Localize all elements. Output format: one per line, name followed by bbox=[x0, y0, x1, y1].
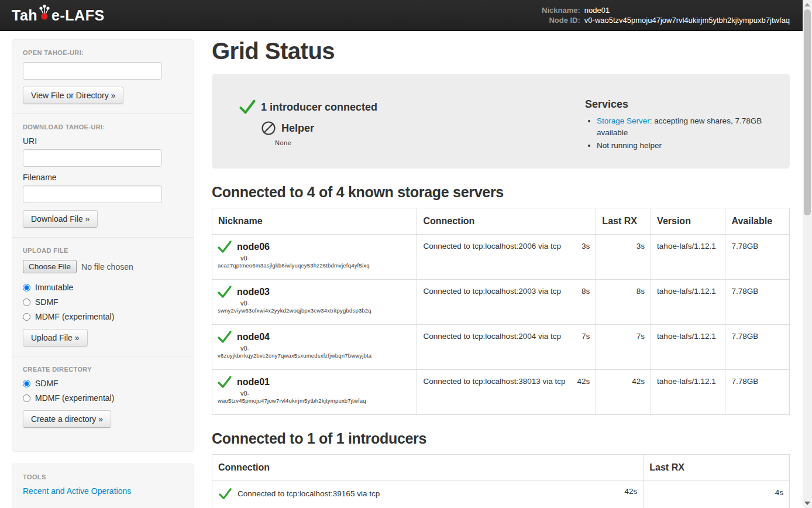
col-connection: Connection bbox=[212, 454, 644, 480]
available-value: 7.78GB bbox=[725, 369, 790, 414]
server-nickname: node06 bbox=[237, 242, 270, 252]
uri-field-label: URI bbox=[23, 136, 183, 146]
scroll-down-arrow-icon[interactable] bbox=[804, 502, 810, 505]
helper-title: Helper bbox=[281, 122, 314, 135]
tools-label: TOOLS bbox=[23, 473, 183, 480]
services-list: Storage Server: accepting new shares, 7.… bbox=[585, 115, 778, 152]
introducer-status-text: 1 introducer connected bbox=[261, 101, 377, 114]
grid-status-summary: 1 introducer connected Helper None Servi… bbox=[212, 74, 790, 169]
upload-sdmf-radio[interactable] bbox=[23, 298, 30, 306]
connection-text: Connected to tcp:localhost:2006 via tcp bbox=[423, 242, 561, 250]
col-nickname: Nickname bbox=[212, 208, 417, 234]
check-icon bbox=[217, 239, 232, 255]
vertical-scrollbar[interactable] bbox=[803, 0, 812, 508]
table-row: node01 v0- wao5tzv45pmoju47jow7rvl4ukirj… bbox=[212, 369, 790, 414]
view-file-or-directory-button[interactable]: View File or Directory » bbox=[23, 87, 123, 104]
table-row: Connected to tcp:localhost:39165 via tcp… bbox=[212, 480, 790, 508]
file-chosen-status: No file chosen bbox=[81, 262, 133, 272]
scrollbar-thumb[interactable] bbox=[804, 9, 811, 215]
upload-immutable-radio[interactable] bbox=[23, 284, 30, 291]
tahoe-lafs-logo[interactable]: Tah e-LAFS bbox=[12, 7, 105, 24]
choose-file-button[interactable]: Choose File bbox=[23, 260, 77, 273]
tools-section: TOOLS Recent and Active Operations bbox=[12, 464, 194, 508]
table-row: node03 v0- swny2viyw63ofxwi4x2yykd2woqjb… bbox=[212, 279, 790, 324]
services-title: Services bbox=[585, 98, 778, 111]
connection-text: Connected to tcp:localhost:2003 via tcp bbox=[423, 287, 561, 296]
download-filename-input[interactable] bbox=[23, 186, 162, 203]
sidebar: OPEN TAHOE-URI: View File or Directory »… bbox=[12, 39, 194, 508]
top-navbar: Tah e-LAFS Nickname: node01 Node ID: v0-… bbox=[0, 0, 812, 31]
connection-age: 42s bbox=[625, 487, 638, 496]
upload-sdmf-label[interactable]: SDMF bbox=[35, 297, 59, 307]
col-connection: Connection bbox=[417, 208, 596, 234]
check-icon bbox=[217, 329, 232, 345]
scroll-up-arrow-icon[interactable] bbox=[804, 3, 810, 6]
check-icon bbox=[217, 375, 232, 390]
create-directory-section: CREATE DIRECTORY SDMF MDMF (experimental… bbox=[12, 356, 194, 451]
connection-text: Connected to tcp:localhost:2004 via tcp bbox=[423, 332, 561, 341]
tools-panel: TOOLS Recent and Active Operations bbox=[12, 464, 194, 508]
no-entry-icon bbox=[261, 121, 276, 136]
last-rx-value: 42s bbox=[596, 369, 651, 414]
download-file-button[interactable]: Download File » bbox=[23, 210, 98, 228]
open-tahoe-uri-section: OPEN TAHOE-URI: View File or Directory » bbox=[12, 40, 194, 114]
storage-servers-table: Nickname Connection Last RX Version Avai… bbox=[212, 208, 790, 415]
col-version: Version bbox=[651, 208, 725, 234]
last-rx-value: 4s bbox=[644, 480, 790, 508]
available-value: 7.78GB bbox=[725, 279, 790, 324]
main-content: Grid Status 1 introducer connected bbox=[212, 31, 790, 508]
check-icon bbox=[239, 98, 256, 116]
version-value: tahoe-lafs/1.12.1 bbox=[651, 279, 725, 324]
download-tahoe-uri-section: DOWNLOAD TAHOE-URI: URI Filename Downloa… bbox=[12, 114, 194, 238]
server-id-prefix: v0- bbox=[240, 255, 413, 262]
upload-mdmf-label[interactable]: MDMF (experimental) bbox=[35, 312, 114, 321]
server-nickname: node04 bbox=[237, 332, 270, 342]
server-id-hash: v6zuyjkbrrkqy2bvc2cny7qwax5sxumedsxfzfjw… bbox=[218, 352, 413, 359]
version-value: tahoe-lafs/1.12.1 bbox=[651, 234, 725, 279]
nickname-value: node01 bbox=[584, 6, 790, 15]
storage-server-link[interactable]: Storage Server bbox=[597, 116, 650, 125]
available-value: 7.78GB bbox=[725, 324, 790, 369]
sidebar-forms-panel: OPEN TAHOE-URI: View File or Directory »… bbox=[12, 39, 194, 452]
server-id-hash: acaz7qptmeo6m3asjlgkb6iwlyuqey53hz26tbdm… bbox=[218, 262, 413, 269]
create-directory-label: CREATE DIRECTORY bbox=[23, 366, 183, 373]
open-tahoe-uri-label: OPEN TAHOE-URI: bbox=[23, 49, 183, 56]
helper-status-text: Not running helper bbox=[597, 141, 662, 150]
service-storage-item: Storage Server: accepting new shares, 7.… bbox=[597, 115, 778, 138]
connection-age: 8s bbox=[582, 287, 590, 296]
server-nickname: node01 bbox=[237, 377, 270, 387]
version-value: tahoe-lafs/1.12.1 bbox=[651, 369, 725, 414]
server-id-prefix: v0- bbox=[240, 390, 413, 397]
available-value: 7.78GB bbox=[725, 234, 790, 279]
mkdir-mdmf-radio[interactable] bbox=[23, 394, 30, 402]
upload-file-section: UPLOAD FILE Choose File No file chosen I… bbox=[12, 238, 194, 356]
recent-operations-link[interactable]: Recent and Active Operations bbox=[23, 486, 131, 496]
logo-text-prefix: Tah bbox=[12, 7, 37, 24]
mkdir-mdmf-label[interactable]: MDMF (experimental) bbox=[35, 393, 114, 403]
upload-mdmf-radio[interactable] bbox=[23, 313, 30, 321]
table-row: node06 v0- acaz7qptmeo6m3asjlgkb6iwlyuqe… bbox=[212, 234, 790, 279]
introducers-table-header-row: Connection Last RX bbox=[212, 454, 790, 480]
mkdir-sdmf-label[interactable]: SDMF bbox=[35, 379, 59, 388]
last-rx-value: 8s bbox=[596, 279, 651, 324]
node-id-value: v0-wao5tzv45pmoju47jow7rvl4ukirjm5ytbh2k… bbox=[584, 16, 790, 25]
col-available: Available bbox=[725, 208, 790, 234]
upload-immutable-label[interactable]: Immutable bbox=[35, 283, 73, 292]
mkdir-sdmf-radio[interactable] bbox=[23, 380, 30, 387]
storage-table-header-row: Nickname Connection Last RX Version Avai… bbox=[212, 208, 790, 234]
server-id-hash: wao5tzv45pmoju47jow7rvl4ukirjm5ytbh2kjty… bbox=[218, 397, 413, 404]
last-rx-value: 7s bbox=[596, 324, 651, 369]
download-tahoe-uri-label: DOWNLOAD TAHOE-URI: bbox=[23, 123, 183, 131]
server-nickname: node03 bbox=[237, 287, 270, 297]
upload-file-button[interactable]: Upload File » bbox=[23, 329, 88, 346]
open-tahoe-uri-input[interactable] bbox=[23, 62, 162, 80]
service-helper-item: Not running helper bbox=[597, 140, 778, 152]
check-icon bbox=[217, 284, 232, 300]
nickname-label: Nickname: bbox=[542, 6, 580, 15]
create-directory-button[interactable]: Create a directory » bbox=[23, 410, 111, 428]
filename-field-label: Filename bbox=[23, 173, 183, 182]
table-row: node04 v0- v6zuyjkbrrkqy2bvc2cny7qwax5sx… bbox=[212, 324, 790, 369]
server-id-prefix: v0- bbox=[240, 300, 413, 307]
node-meta: Nickname: node01 Node ID: v0-wao5tzv45pm… bbox=[542, 6, 790, 25]
download-uri-input[interactable] bbox=[23, 149, 162, 167]
